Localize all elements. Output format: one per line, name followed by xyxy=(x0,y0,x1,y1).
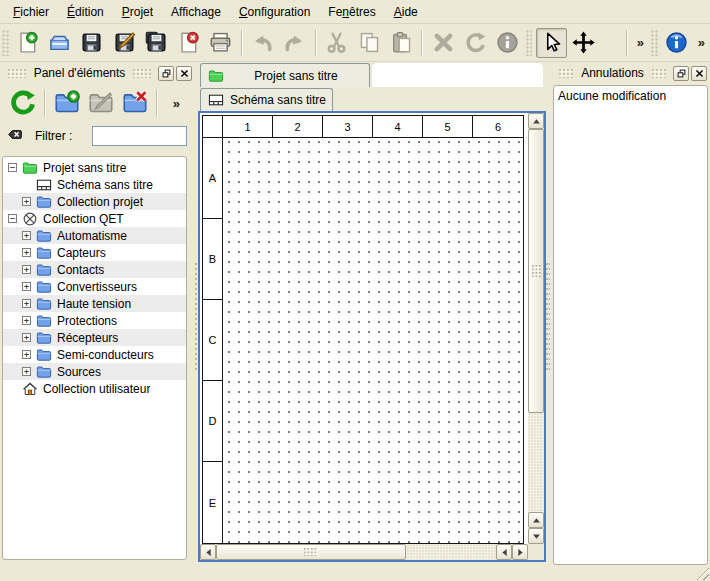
tree-expander-icon[interactable]: + xyxy=(22,282,31,291)
tree-item-label: Capteurs xyxy=(57,246,106,260)
horizontal-scrollbar[interactable] xyxy=(200,544,528,560)
paste-button[interactable] xyxy=(386,28,416,58)
about-button[interactable] xyxy=(662,28,692,58)
horizontal-scroll-thumb[interactable] xyxy=(216,544,406,560)
tree-item-projet-sans-titre[interactable]: −Projet sans titre xyxy=(3,159,186,176)
tree-expander-icon[interactable]: + xyxy=(22,265,31,274)
project-tab-label: Projet sans titre xyxy=(230,69,362,83)
menu-fenetres[interactable]: Fenêtres xyxy=(319,2,384,22)
elements-panel-close-button[interactable] xyxy=(176,66,192,81)
project-tabbar: Projet sans titre xyxy=(198,62,546,87)
tree-item-schema-sans-titre[interactable]: Schéma sans titre xyxy=(3,176,186,193)
menu-configuration[interactable]: Configuration xyxy=(230,2,319,22)
schema-icon xyxy=(36,177,52,193)
close-file-button[interactable] xyxy=(173,28,203,58)
toolbar-overflow-button[interactable]: » xyxy=(632,35,649,50)
new-project-button[interactable] xyxy=(13,28,43,58)
undo-panel-float-button[interactable] xyxy=(673,66,689,81)
rotate-button[interactable] xyxy=(460,28,490,58)
delete-button[interactable] xyxy=(428,28,458,58)
diagram-canvas[interactable]: 123456ABCDE xyxy=(200,113,528,544)
elements-panel-float-button[interactable] xyxy=(158,66,174,81)
tree-item-contacts[interactable]: +Contacts xyxy=(3,261,186,278)
toolbar-grip[interactable] xyxy=(651,30,658,56)
tree-item-capteurs[interactable]: +Capteurs xyxy=(3,244,186,261)
toolbar-overflow-button[interactable]: » xyxy=(168,96,185,111)
scrollbar-corner xyxy=(528,544,544,560)
tree-item-convertisseurs[interactable]: +Convertisseurs xyxy=(3,278,186,295)
toolbar-separator xyxy=(421,30,423,56)
new-category-button[interactable] xyxy=(51,87,83,119)
column-header-5: 5 xyxy=(423,116,473,138)
redo-button[interactable] xyxy=(280,28,310,58)
folder-icon xyxy=(36,296,52,312)
undo-panel: Annulations Aucune modification xyxy=(551,62,710,565)
tab-project[interactable]: Projet sans titre xyxy=(200,63,370,87)
reload-collections-button[interactable] xyxy=(7,87,39,119)
tree-expander-icon[interactable]: + xyxy=(22,299,31,308)
scroll-up-button[interactable] xyxy=(528,113,544,129)
menu-fichier[interactable]: Fichier xyxy=(4,2,58,22)
edit-category-button[interactable] xyxy=(85,87,117,119)
tree-expander-icon[interactable]: − xyxy=(8,214,17,223)
tree-item-collection-qet[interactable]: −Collection QET xyxy=(3,210,186,227)
save-as-button[interactable] xyxy=(109,28,139,58)
redo-icon xyxy=(283,31,306,54)
scroll-right-button[interactable] xyxy=(512,544,528,560)
scroll-left-button-2[interactable] xyxy=(496,544,512,560)
undo-history-item[interactable]: Aucune modification xyxy=(558,88,703,104)
tree-item-collection-projet[interactable]: +Collection projet xyxy=(3,193,186,210)
tree-item-protections[interactable]: +Protections xyxy=(3,312,186,329)
tree-item-haute-tension[interactable]: +Haute tension xyxy=(3,295,186,312)
toolbar-grip[interactable] xyxy=(526,30,533,56)
filter-input[interactable] xyxy=(92,126,187,146)
tree-expander-icon[interactable]: + xyxy=(22,197,31,206)
undo-panel-close-button[interactable] xyxy=(691,66,707,81)
tree-item-recepteurs[interactable]: +Récepteurs xyxy=(3,329,186,346)
splitter-grip[interactable] xyxy=(546,262,550,372)
toolbar-overflow-button[interactable]: » xyxy=(693,35,710,50)
open-project-button[interactable] xyxy=(45,28,75,58)
menu-edition[interactable]: Édition xyxy=(58,2,113,22)
tree-expander-icon[interactable]: + xyxy=(22,231,31,240)
dock-texture xyxy=(133,69,151,78)
folder-icon xyxy=(36,313,52,329)
menu-projet[interactable]: Projet xyxy=(113,2,162,22)
scroll-left-button[interactable] xyxy=(200,544,216,560)
tree-expander-icon[interactable]: + xyxy=(22,248,31,257)
tree-expander-icon[interactable]: + xyxy=(22,333,31,342)
scroll-down-button[interactable] xyxy=(528,528,544,544)
resize-grip[interactable] xyxy=(696,567,709,580)
toolbar-grip[interactable] xyxy=(2,30,9,56)
cut-button[interactable] xyxy=(322,28,352,58)
vertical-scroll-thumb[interactable] xyxy=(528,129,544,413)
vertical-scrollbar[interactable] xyxy=(528,113,544,544)
drawing-area[interactable] xyxy=(223,138,523,543)
save-button[interactable] xyxy=(77,28,107,58)
undo-button[interactable] xyxy=(248,28,278,58)
copy-button[interactable] xyxy=(354,28,384,58)
tree-item-sources[interactable]: +Sources xyxy=(3,363,186,380)
tree-expander-icon[interactable]: − xyxy=(8,163,17,172)
menu-affichage[interactable]: Affichage xyxy=(162,2,230,22)
clear-filter-button[interactable] xyxy=(6,127,28,145)
tab-schema[interactable]: Schéma sans titre xyxy=(200,88,333,111)
menu-aide[interactable]: Aide xyxy=(385,2,427,22)
dock-texture xyxy=(652,69,666,78)
print-button[interactable] xyxy=(205,28,235,58)
delete-category-button[interactable] xyxy=(119,87,151,119)
tree-item-collection-utilisateur[interactable]: Collection utilisateur xyxy=(3,380,186,397)
select-mode-button[interactable] xyxy=(536,28,566,58)
row-header-c: C xyxy=(203,300,223,381)
save-all-button[interactable] xyxy=(141,28,171,58)
tree-item-automatisme[interactable]: +Automatisme xyxy=(3,227,186,244)
schema-tabbar: Schéma sans titre xyxy=(198,87,546,111)
element-info-button[interactable] xyxy=(493,28,523,58)
tree-expander-icon[interactable]: + xyxy=(22,367,31,376)
tree-item-semi-conducteurs[interactable]: +Semi-conducteurs xyxy=(3,346,186,363)
qelectrotech-window: FichierÉditionProjetAffichageConfigurati… xyxy=(0,0,710,581)
scroll-up-button-2[interactable] xyxy=(528,512,544,528)
tree-expander-icon[interactable]: + xyxy=(22,316,31,325)
pan-mode-button[interactable] xyxy=(569,28,599,58)
tree-expander-icon[interactable]: + xyxy=(22,350,31,359)
